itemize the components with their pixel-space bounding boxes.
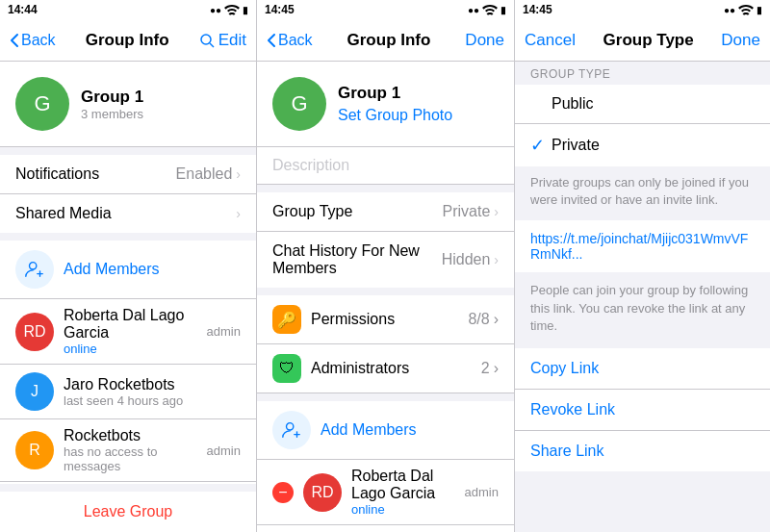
svg-point-0 (201, 35, 211, 44)
svg-line-1 (210, 43, 214, 47)
member-item-2b[interactable]: − J Jaro Rocketbots last seen 4 hours ag… (257, 525, 514, 532)
add-members-button-1[interactable]: Add Members (0, 241, 256, 299)
search-icon (199, 33, 215, 48)
signal-icon-2: ●● (468, 5, 479, 15)
status-bar-2: 14:45 ●● ▮ (257, 0, 514, 19)
fields-section: Group Type Private › Chat History For Ne… (257, 192, 514, 288)
member-item-2a[interactable]: − RD Roberta Dal Lago Garcia online admi… (257, 460, 514, 525)
permissions-item[interactable]: 🔑 Permissions 8/8 › (257, 295, 514, 344)
status-icons-3: ●● ▮ (724, 4, 762, 15)
profile-section-1: G Group 1 3 members (0, 62, 256, 147)
profile-section-2: G Group 1 Set Group Photo (257, 62, 514, 147)
member-item[interactable]: RD Roberta Dal Lago Garcia online admin (0, 299, 256, 365)
group-info-1: Group 1 3 members (81, 88, 143, 121)
revoke-link-button[interactable]: Revoke Link (515, 390, 770, 431)
permissions-section: 🔑 Permissions 8/8 › 🛡 Administrators 2 › (257, 295, 514, 393)
person-add-icon (24, 259, 45, 280)
svg-point-2 (30, 263, 37, 269)
leave-group-button[interactable]: Leave Group (0, 492, 256, 532)
notifications-item[interactable]: Notifications Enabled › (0, 155, 256, 194)
status-bar-3: 14:45 ●● ▮ (515, 0, 770, 19)
back-button-2[interactable]: Back (267, 32, 313, 49)
member-info: Roberta Dal Lago Garcia online (64, 307, 197, 356)
add-members-icon (15, 250, 54, 289)
group-members-count-1: 3 members (81, 107, 143, 121)
invite-link-box[interactable]: https://t.me/joinchat/Mjijc031WmvVFRmNkf… (515, 220, 770, 272)
battery-icon-3: ▮ (757, 5, 762, 15)
nav-bar-3: Cancel Group Type Done (515, 19, 770, 62)
group-type-item[interactable]: Group Type Private › (257, 192, 514, 232)
status-bar-1: 14:44 ●● ▮ (0, 0, 256, 19)
members-section-2: Add Members − RD Roberta Dal Lago Garcia… (257, 401, 514, 532)
nav-bar-1: Back Group Info Edit (0, 19, 256, 62)
signal-icon-1: ●● (210, 5, 221, 15)
done-button-3[interactable]: Done (721, 31, 760, 50)
administrators-icon: 🛡 (272, 354, 301, 383)
status-icons-2: ●● ▮ (468, 4, 506, 15)
group-type-section-header: GROUP TYPE (515, 62, 770, 85)
group-name-1: Group 1 (81, 88, 143, 107)
wifi-icon-3 (738, 4, 754, 15)
set-photo-link[interactable]: Set Group Photo (338, 107, 452, 123)
copy-link-button[interactable]: Copy Link (515, 348, 770, 390)
group-name-2: Group 1 (338, 84, 452, 103)
group-type-content: GROUP TYPE Public ✓ Private Private grou… (515, 62, 770, 532)
chevron-icon: › (494, 252, 499, 267)
group-info-2: Group 1 Set Group Photo (338, 84, 452, 124)
member-info-2a: Roberta Dal Lago Garcia online (351, 468, 455, 517)
member-avatar-2a: RD (303, 473, 342, 512)
svg-point-5 (287, 423, 294, 430)
link-info-text: People can join your group by following … (515, 276, 770, 344)
member-avatar: RD (15, 313, 54, 351)
time-3: 14:45 (523, 3, 552, 16)
member-item[interactable]: J Jaro Rocketbots last seen 4 hours ago (0, 365, 256, 419)
panel-group-info-left: 14:44 ●● ▮ Back Group Info Edit G Group … (0, 0, 257, 532)
nav-title-2: Group Info (347, 31, 431, 50)
radio-private[interactable]: ✓ Private (515, 124, 770, 166)
permissions-icon: 🔑 (272, 305, 301, 334)
description-field[interactable]: Description (257, 147, 514, 185)
time-2: 14:45 (265, 3, 295, 16)
radio-public[interactable]: Public (515, 85, 770, 124)
add-members-button-2[interactable]: Add Members (257, 401, 514, 460)
group-avatar-1: G (15, 77, 69, 131)
share-link-button[interactable]: Share Link (515, 431, 770, 471)
back-button-1[interactable]: Back (10, 32, 56, 49)
private-group-info: Private groups can only be joined if you… (515, 166, 770, 216)
shared-media-item[interactable]: Shared Media › (0, 194, 256, 233)
cancel-button-3[interactable]: Cancel (525, 31, 576, 50)
member-info: Rocketbots has no access to messages (64, 427, 197, 473)
battery-icon-2: ▮ (500, 5, 506, 15)
member-info: Jaro Rocketbots last seen 4 hours ago (64, 376, 231, 408)
members-section-1: Add Members RD Roberta Dal Lago Garcia o… (0, 241, 256, 484)
group-avatar-2[interactable]: G (272, 77, 326, 131)
panel-group-info-middle: 14:45 ●● ▮ Back Group Info Done G Group … (257, 0, 515, 532)
chat-history-item[interactable]: Chat History For New Members Hidden › (257, 232, 514, 288)
chevron-icon: › (494, 311, 499, 328)
member-item[interactable]: R Rocketbots has no access to messages a… (0, 419, 256, 482)
person-add-icon-2 (281, 419, 302, 441)
chevron-icon: › (236, 206, 241, 221)
nav-title-1: Group Info (86, 31, 169, 50)
radio-group: Public ✓ Private (515, 85, 770, 166)
administrators-item[interactable]: 🛡 Administrators 2 › (257, 344, 514, 393)
nav-title-3: Group Type (603, 31, 694, 50)
done-button-2[interactable]: Done (465, 31, 504, 50)
wifi-icon-2 (482, 4, 498, 15)
battery-icon-1: ▮ (243, 5, 248, 15)
wifi-icon-1 (224, 4, 240, 15)
settings-section-1: Notifications Enabled › Shared Media › (0, 155, 256, 233)
chevron-icon: › (236, 166, 241, 182)
nav-bar-2: Back Group Info Done (257, 19, 514, 62)
member-avatar: J (15, 372, 54, 411)
chevron-icon: › (494, 204, 499, 219)
panel-group-type: 14:45 ●● ▮ Cancel Group Type Done GROUP … (515, 0, 770, 532)
edit-button-1[interactable]: Edit (199, 31, 246, 50)
time-1: 14:44 (8, 3, 38, 16)
member-avatar: R (15, 431, 54, 469)
link-actions-section: Copy Link Revoke Link Share Link (515, 348, 770, 471)
remove-member-button[interactable]: − (272, 482, 294, 503)
add-members-icon-2 (272, 411, 311, 449)
checkmark-icon: ✓ (530, 135, 552, 156)
signal-icon-3: ●● (724, 5, 735, 15)
